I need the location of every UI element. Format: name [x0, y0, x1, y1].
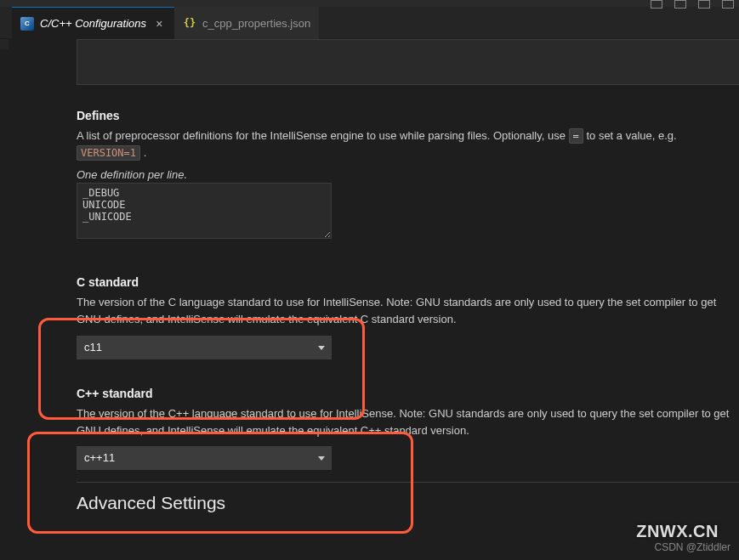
section-divider [77, 482, 739, 483]
attribution-text: CSDN @Ztiddler [654, 541, 730, 553]
c-standard-select[interactable]: c11 [77, 336, 332, 359]
tab-json-file[interactable]: {} c_cpp_properties.json [174, 7, 319, 39]
include-path-textarea-partial[interactable] [77, 39, 739, 85]
tab-label: C/C++ Configurations [40, 17, 146, 30]
defines-textarea[interactable] [77, 183, 332, 239]
advanced-settings-title: Advanced Settings [77, 493, 739, 513]
top-toolbar [0, 0, 739, 7]
cpp-icon: C [20, 17, 34, 31]
tab-bar: C C/C++ Configurations × {} c_cpp_proper… [0, 7, 739, 39]
cpp-standard-description: The version of the C++ language standard… [77, 405, 739, 439]
c-standard-title: C standard [77, 275, 739, 289]
equals-code: = [569, 128, 583, 144]
layout-icon[interactable] [722, 0, 734, 8]
defines-hint: One definition per line. [77, 168, 739, 181]
split-icon[interactable] [698, 0, 710, 8]
split-icon[interactable] [651, 0, 662, 8]
cpp-standard-select[interactable]: c++11 [77, 446, 332, 470]
defines-title: Defines [77, 109, 739, 122]
tab-cpp-configurations[interactable]: C C/C++ Configurations × [12, 7, 174, 39]
version-example-code: VERSION=1 [77, 145, 140, 161]
cpp-standard-title: C++ standard [77, 387, 739, 400]
settings-content: Defines A list of preprocessor definitio… [0, 39, 739, 513]
json-braces-icon: {} [183, 16, 196, 30]
close-icon[interactable]: × [152, 17, 166, 31]
layout-controls [651, 0, 734, 8]
c-standard-description: The version of the C language standard t… [77, 294, 739, 328]
watermark-text: ZNWX.CN [636, 522, 719, 541]
tab-label: c_cpp_properties.json [202, 17, 310, 30]
defines-description: A list of preprocessor definitions for t… [77, 127, 739, 161]
split-icon[interactable] [674, 0, 686, 8]
